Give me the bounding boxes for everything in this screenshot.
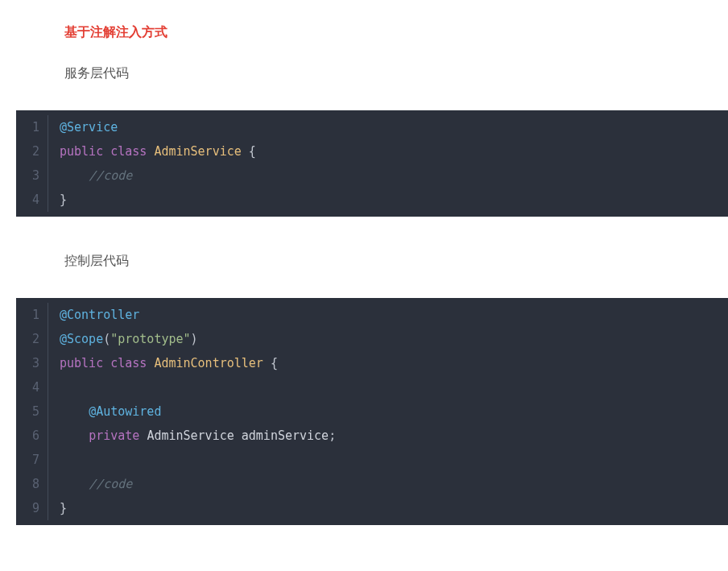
- code-token: {: [242, 144, 256, 159]
- code-line: 4: [16, 375, 728, 399]
- line-number: 3: [16, 351, 48, 375]
- heading-red: 基于注解注入方式: [64, 24, 728, 41]
- code-token: }: [60, 192, 67, 207]
- code-content: private AdminService adminService;: [48, 424, 336, 448]
- subheading-1: 服务层代码: [64, 65, 728, 82]
- code-token: [103, 144, 110, 159]
- line-number: 4: [16, 188, 48, 212]
- doc-section: 控制层代码: [0, 217, 728, 298]
- code-content: [48, 375, 67, 399]
- code-content: //code: [48, 163, 132, 188]
- code-line: 1@Controller: [16, 303, 728, 327]
- code-token: [103, 356, 110, 370]
- doc-section: 基于注解注入方式 服务层代码: [0, 0, 728, 110]
- code-token: AdminController: [154, 356, 263, 370]
- code-content: public class AdminController {: [48, 351, 278, 375]
- code-token: //code: [89, 168, 132, 183]
- line-number: 5: [16, 399, 48, 424]
- code-token: //code: [89, 477, 132, 491]
- code-content: @Controller: [48, 303, 139, 327]
- code-token: class: [110, 144, 147, 159]
- subheading-2: 控制层代码: [64, 253, 728, 270]
- line-number: 7: [16, 448, 48, 472]
- code-token: AdminService: [147, 428, 234, 443]
- code-token: [60, 428, 89, 443]
- line-number: 3: [16, 163, 48, 188]
- code-line: 3 //code: [16, 163, 728, 188]
- code-content: @Scope("prototype"): [48, 327, 198, 351]
- code-token: class: [110, 356, 147, 370]
- code-line: 4}: [16, 188, 728, 212]
- code-token: ): [191, 332, 198, 346]
- code-token: (: [103, 332, 110, 346]
- code-token: @Autowired: [89, 404, 161, 419]
- line-number: 4: [16, 375, 48, 399]
- code-content: public class AdminService {: [48, 139, 256, 163]
- code-line: 2public class AdminService {: [16, 139, 728, 163]
- code-content: @Service: [48, 115, 118, 139]
- line-number: 1: [16, 303, 48, 327]
- line-number: 9: [16, 496, 48, 520]
- code-token: {: [263, 356, 278, 370]
- line-number: 1: [16, 115, 48, 139]
- code-token: [60, 168, 89, 183]
- code-content: }: [48, 188, 67, 212]
- code-token: public: [60, 144, 103, 159]
- code-token: AdminService: [154, 144, 241, 159]
- code-token: @Service: [60, 120, 118, 134]
- code-line: 7: [16, 448, 728, 472]
- code-content: @Autowired: [48, 399, 161, 424]
- code-line: 3public class AdminController {: [16, 351, 728, 375]
- code-token: @Scope: [60, 332, 103, 346]
- code-content: //code: [48, 472, 132, 496]
- line-number: 2: [16, 139, 48, 163]
- code-line: 1@Service: [16, 115, 728, 139]
- code-content: [48, 448, 67, 472]
- code-token: ;: [329, 428, 336, 443]
- code-token: [60, 477, 89, 491]
- code-block-controller: 1@Controller2@Scope("prototype")3public …: [16, 298, 728, 525]
- line-number: 6: [16, 424, 48, 448]
- code-line: 6 private AdminService adminService;: [16, 424, 728, 448]
- code-token: [60, 404, 89, 419]
- code-token: [234, 428, 242, 443]
- code-token: adminService: [242, 428, 329, 443]
- code-line: 8 //code: [16, 472, 728, 496]
- code-line: 2@Scope("prototype"): [16, 327, 728, 351]
- code-content: }: [48, 496, 67, 520]
- code-token: private: [89, 428, 139, 443]
- code-token: @Controller: [60, 308, 139, 322]
- line-number: 8: [16, 472, 48, 496]
- code-token: "prototype": [110, 332, 190, 346]
- code-block-service: 1@Service2public class AdminService {3 /…: [16, 110, 728, 217]
- code-line: 9}: [16, 496, 728, 520]
- code-line: 5 @Autowired: [16, 399, 728, 424]
- code-token: }: [60, 501, 67, 515]
- code-token: public: [60, 356, 103, 370]
- line-number: 2: [16, 327, 48, 351]
